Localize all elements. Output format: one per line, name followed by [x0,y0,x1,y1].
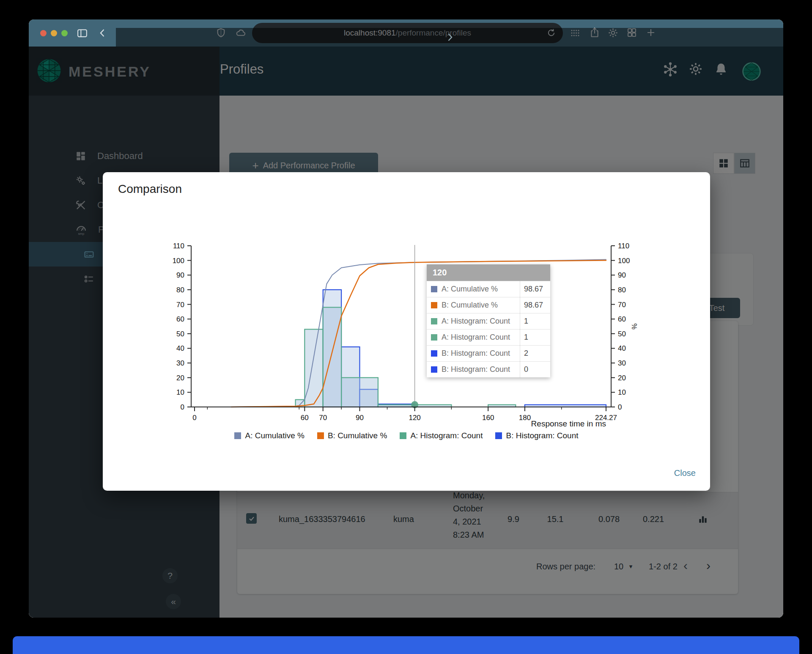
svg-text:0: 0 [618,403,622,411]
svg-text:70: 70 [319,414,327,422]
legend-item[interactable]: B: Histogram: Count [495,431,578,440]
tooltip-swatch [431,318,437,324]
svg-text:70: 70 [618,301,626,309]
tooltip-value: 98.67 [520,281,550,297]
svg-text:120: 120 [409,414,420,422]
legend-label: B: Cumulative % [328,431,387,440]
legend-swatch [495,432,502,439]
browser-window: localhost:9081/performance/profiles [29,19,783,618]
background-window-strip [13,636,799,654]
tooltip-label: B: Histogram: Count [427,346,520,361]
svg-text:80: 80 [176,286,184,294]
svg-text:10: 10 [618,388,626,396]
svg-text:30: 30 [618,359,626,367]
sidebar-toggle-icon[interactable] [77,28,88,38]
svg-text:110: 110 [618,242,629,250]
tooltip-label: A: Cumulative % [427,281,520,297]
svg-text:90: 90 [356,414,364,422]
legend-label: A: Cumulative % [245,431,304,440]
tooltip-value: 1 [520,313,550,329]
svg-text:40: 40 [618,344,626,352]
legend-label: B: Histogram: Count [506,431,578,440]
svg-text:20: 20 [618,374,626,382]
legend-item[interactable]: A: Cumulative % [234,431,304,440]
comparison-modal: Comparison 00101020203030404050506060707… [103,172,710,491]
tooltip-label: B: Cumulative % [427,297,520,313]
tooltip-row: B: Cumulative %98.67 [427,297,550,313]
legend-swatch [400,432,406,439]
svg-text:30: 30 [176,359,184,367]
tooltip-swatch [431,350,437,357]
svg-text:50: 50 [618,330,626,338]
svg-text:80: 80 [618,286,626,294]
svg-text:10: 10 [176,388,184,396]
tooltip-value: 1 [520,330,550,345]
tooltip-row: B: Histogram: Count0 [427,361,550,377]
close-button[interactable]: Close [674,468,696,478]
svg-text:110: 110 [173,242,184,250]
svg-text:90: 90 [618,271,626,279]
legend-item[interactable]: B: Cumulative % [317,431,387,440]
svg-text:60: 60 [301,414,309,422]
svg-text:50: 50 [176,330,184,338]
tooltip-swatch [431,334,437,341]
svg-text:160: 160 [482,414,494,422]
chart-tooltip: 120A: Cumulative %98.67B: Cumulative %98… [427,264,550,377]
svg-text:180: 180 [519,414,531,422]
svg-text:20: 20 [176,374,184,382]
tooltip-swatch [431,286,437,292]
browser-toolbar: localhost:9081/performance/profiles [29,19,783,47]
svg-text:70: 70 [176,301,184,309]
tooltip-row: A: Histogram: Count1 [427,329,550,345]
tooltip-row: B: Histogram: Count2 [427,345,550,361]
tooltip-label: B: Histogram: Count [427,362,520,377]
tooltip-label: A: Histogram: Count [427,330,520,345]
tooltip-swatch [431,302,437,308]
legend-swatch [234,432,241,439]
window-minimize-button[interactable] [51,30,57,36]
forward-icon[interactable] [116,28,783,47]
legend-item[interactable]: A: Histogram: Count [400,431,483,440]
back-icon[interactable] [98,28,108,38]
tooltip-header: 120 [427,264,550,281]
window-close-button[interactable] [40,30,47,36]
svg-text:60: 60 [176,315,184,323]
svg-text:0: 0 [192,414,196,422]
legend-label: A: Histogram: Count [410,431,483,440]
legend-swatch [317,432,324,439]
chart-legend: A: Cumulative %B: Cumulative %A: Histogr… [103,431,710,440]
performance-comparison-chart: 0010102020303040405050606070708080909010… [103,172,710,491]
svg-text:90: 90 [176,271,184,279]
tooltip-value: 98.67 [520,297,550,313]
tooltip-value: 0 [520,362,550,377]
tooltip-row: A: Histogram: Count1 [427,313,550,329]
svg-text:0: 0 [181,403,184,411]
svg-text:40: 40 [176,344,184,352]
tooltip-swatch [431,366,437,373]
window-zoom-button[interactable] [61,30,68,36]
svg-text:100: 100 [173,257,184,265]
svg-text:%: % [631,323,638,329]
svg-text:100: 100 [618,257,630,265]
meshery-app: MESHERY Profiles Dashboard [29,47,783,618]
tooltip-value: 2 [520,346,550,361]
svg-text:Response time in ms: Response time in ms [531,419,606,428]
tooltip-label: A: Histogram: Count [427,313,520,329]
tooltip-row: A: Cumulative %98.67 [427,281,550,297]
svg-text:60: 60 [618,315,626,323]
